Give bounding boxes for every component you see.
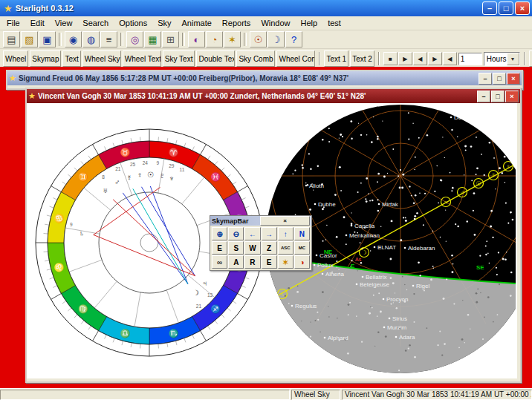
- view-button-wheel[interactable]: Wheel: [3, 50, 28, 67]
- menu-window[interactable]: Window: [256, 18, 295, 28]
- star-display-icon[interactable]: ✶: [278, 255, 293, 269]
- chart-window-icon: ★: [28, 91, 36, 101]
- view-button-double-text[interactable]: Double Text: [196, 50, 235, 67]
- vangogh-title: Vincent Van Gogh 30 Mar 1853 10:41:19 AM…: [38, 92, 476, 100]
- step-forward-button[interactable]: ▶: [428, 52, 442, 65]
- wheel-chart-button[interactable]: ◉: [65, 31, 82, 47]
- new-file-button[interactable]: ▤: [3, 31, 20, 47]
- menu-view[interactable]: View: [50, 18, 78, 28]
- menu-options[interactable]: Options: [114, 18, 152, 28]
- skymapbar-row-0: ⊕⊖←→↑N: [212, 227, 310, 240]
- menu-test[interactable]: test: [322, 18, 346, 28]
- asc-button[interactable]: ASC: [278, 241, 293, 255]
- menu-search[interactable]: Search: [77, 18, 114, 28]
- skymap-chart-button[interactable]: ◍: [82, 31, 100, 47]
- star-dot: [346, 235, 348, 237]
- animate-settings-button[interactable]: ✶: [529, 50, 532, 67]
- menu-animate[interactable]: Animate: [176, 18, 216, 28]
- clock-button[interactable]: ◔: [206, 31, 223, 47]
- main-titlebar[interactable]: ★ Starlight 0.3.12 – □ ×: [0, 0, 532, 16]
- moon-button[interactable]: ☽: [267, 31, 285, 47]
- star-dot: [450, 117, 452, 119]
- globe-button[interactable]: ◐: [188, 31, 205, 47]
- freud-close-button[interactable]: ×: [507, 73, 520, 85]
- help-button[interactable]: ?: [285, 31, 302, 47]
- skymapbar-close-button[interactable]: ×: [260, 216, 310, 226]
- star-icon: ✶: [228, 34, 236, 45]
- chevron-down-icon[interactable]: ▼: [507, 53, 519, 65]
- freud-window: ★ Sigmund Freud 06 May 1856 5:17:28 PM U…: [6, 70, 523, 90]
- open-file-button[interactable]: ▨: [21, 31, 38, 47]
- status-bar: Wheel Sky Vincent Van Gogh 30 Mar 1853 1…: [0, 388, 532, 400]
- animate-a-button[interactable]: A: [228, 255, 244, 269]
- close-button[interactable]: ×: [515, 1, 530, 15]
- menu-edit[interactable]: Edit: [25, 18, 50, 28]
- face-south-button[interactable]: S: [228, 241, 244, 255]
- planet-degree-label: 25: [130, 162, 136, 167]
- grid-icon: ▦: [148, 34, 157, 45]
- planet-glyph: ☿: [126, 174, 132, 182]
- binoculars-icon[interactable]: ∞: [212, 255, 227, 269]
- play-forward-button[interactable]: ▶: [398, 52, 412, 65]
- grid-button[interactable]: ▦: [144, 31, 161, 47]
- mc-button[interactable]: MC: [294, 241, 310, 255]
- minimize-button[interactable]: –: [482, 1, 497, 15]
- view-button-text[interactable]: Text: [62, 50, 80, 67]
- freud-minimize-button[interactable]: –: [479, 73, 492, 85]
- rotate-r-button[interactable]: R: [244, 255, 260, 269]
- star-button[interactable]: ✶: [224, 31, 241, 47]
- view-button-sky-text[interactable]: Sky Text: [163, 50, 195, 67]
- planet-glyph: ♇: [160, 171, 166, 180]
- menu-sky[interactable]: Sky: [152, 18, 176, 28]
- view-button-wheel-comb[interactable]: Wheel Comb: [276, 50, 315, 67]
- text-report-button[interactable]: ≡: [100, 31, 117, 47]
- face-west-button[interactable]: W: [244, 241, 260, 255]
- face-zenith-button[interactable]: Z: [262, 241, 277, 255]
- sun-button[interactable]: ☉: [250, 31, 267, 47]
- menu-help[interactable]: Help: [296, 18, 323, 28]
- view-button-sky-comb[interactable]: Sky Comb: [236, 50, 275, 67]
- menu-reports[interactable]: Reports: [217, 18, 256, 28]
- save-button[interactable]: ▣: [39, 31, 56, 47]
- pan-left-icon[interactable]: ←: [244, 227, 260, 240]
- vangogh-minimize-button[interactable]: –: [477, 91, 490, 102]
- ecliptic-e-button[interactable]: E: [262, 255, 277, 269]
- save-icon: ▣: [42, 34, 51, 45]
- step-reverse-button[interactable]: ◀: [443, 52, 457, 65]
- face-east-button[interactable]: E: [212, 241, 227, 255]
- vangogh-close-button[interactable]: ×: [505, 91, 519, 102]
- zoom-in-icon[interactable]: ⊕: [212, 227, 227, 240]
- view-button-skymap[interactable]: Skymap: [30, 50, 61, 67]
- star-dot: [412, 285, 415, 287]
- freud-titlebar[interactable]: ★ Sigmund Freud 06 May 1856 5:17:28 PM U…: [7, 71, 522, 85]
- application-window: ★ Starlight 0.3.12 – □ × FileEditViewSea…: [0, 0, 532, 400]
- maximize-button[interactable]: □: [499, 1, 513, 15]
- double-wheel-button[interactable]: ◎: [126, 31, 143, 47]
- pan-up-icon[interactable]: ↑: [278, 227, 293, 240]
- view-button-wheel-sky[interactable]: Wheel Sky: [82, 50, 121, 67]
- view-button-text-2[interactable]: Text 2: [350, 50, 374, 67]
- pan-right-icon[interactable]: →: [262, 227, 277, 240]
- planet-colors-icon[interactable]: ◑: [294, 255, 310, 269]
- menu-file[interactable]: File: [1, 18, 25, 28]
- star-label: Pollux: [317, 262, 334, 269]
- freud-maximize-button[interactable]: □: [493, 73, 506, 85]
- compass-label: E: [351, 263, 355, 269]
- skymapbar-titlebar[interactable]: SkymapBar ×: [210, 216, 311, 226]
- vangogh-maximize-button[interactable]: □: [491, 91, 505, 102]
- view-button-text-1[interactable]: Text 1: [324, 50, 348, 67]
- step-value-input[interactable]: [458, 53, 482, 65]
- main-toolbar: ▤▨▣◉◍≡◎▦⊞◐◔✶☉☽?: [0, 30, 532, 49]
- star-dot: [362, 276, 364, 278]
- stop-button[interactable]: ■: [383, 52, 398, 65]
- planet-glyph: ♂: [114, 178, 120, 186]
- step-unit-select[interactable]: Hours ▼: [484, 52, 520, 66]
- zoom-out-icon[interactable]: ⊖: [228, 227, 244, 240]
- vangogh-titlebar[interactable]: ★ Vincent Van Gogh 30 Mar 1853 10:41:19 …: [27, 89, 520, 103]
- ascendant-marker: As: [355, 257, 362, 262]
- face-north-button[interactable]: N: [294, 227, 310, 240]
- view-button-wheel-text[interactable]: Wheel Text: [123, 50, 161, 67]
- view-toolbar: WheelSkymapTextWheel SkyWheel TextSky Te…: [0, 49, 532, 69]
- play-reverse-button[interactable]: ◀: [413, 52, 427, 65]
- calculator-button[interactable]: ⊞: [162, 31, 179, 47]
